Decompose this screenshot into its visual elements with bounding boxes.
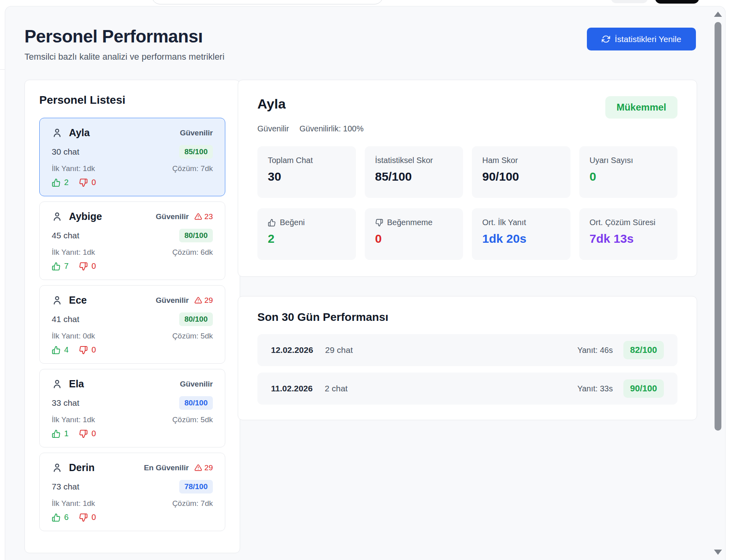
resolution-time: Çözüm: 7dk [172, 164, 213, 173]
personnel-card-ece[interactable]: Ece Güvenilir 29 41 chat 80/100 İlk Yanı… [39, 285, 225, 364]
row-chat-count: 29 chat [325, 345, 353, 355]
daily-performance-row: 11.02.2026 2 chat Yanıt: 33s 90/100 [257, 373, 677, 405]
agent-detail-panel: Ayla Mükemmel Güvenilir Güvenilirlik: 10… [238, 80, 697, 277]
row-date: 12.02.2026 [271, 345, 313, 355]
stat-tile-istatistiksel-skor: İstatistiksel Skor 85/100 [365, 146, 463, 198]
row-date: 11.02.2026 [271, 384, 313, 393]
scroll-down-arrow[interactable] [714, 550, 722, 555]
row-chat-count: 2 chat [325, 384, 348, 393]
first-response: İlk Yanıt: 1dk [52, 499, 95, 508]
dislikes: 0 [79, 513, 96, 522]
warning-badge: 29 [194, 463, 213, 472]
stat-tile-begenmeme: Beğenmeme 0 [365, 208, 463, 260]
score-badge: 80/100 [179, 229, 213, 242]
personnel-list-panel: Personel Listesi Ayla Güvenilir 30 chat … [24, 80, 240, 553]
trust-label: Güvenilir [180, 380, 213, 389]
main-panel: Personel Performansı Temsilci bazlı kali… [5, 6, 726, 560]
scroll-up-arrow[interactable] [714, 12, 722, 17]
left-divider [0, 69, 5, 70]
warning-badge: 23 [194, 212, 213, 221]
personnel-card-aybige[interactable]: Aybige Güvenilir 23 45 chat 80/100 İlk Y… [39, 201, 225, 280]
personnel-name: Ela [69, 378, 84, 390]
trust-label: Güvenilir [180, 129, 213, 137]
stat-tile-ort-ilk-yanit: Ort. İlk Yanıt 1dk 20s [472, 208, 570, 260]
row-score-badge: 82/100 [623, 341, 664, 359]
resolution-time: Çözüm: 6dk [172, 248, 213, 257]
trust-label: Güvenilir [156, 296, 189, 305]
thumb-down-icon [79, 178, 88, 187]
warning-icon [194, 296, 202, 304]
page-subtitle: Temsilci bazlı kalite analizi ve perform… [24, 52, 224, 62]
likes: 6 [52, 513, 69, 522]
first-response: İlk Yanıt: 1dk [52, 415, 95, 424]
refresh-button-label: İstatistikleri Yenile [615, 34, 681, 44]
person-icon [52, 211, 63, 222]
row-response-time: Yanıt: 46s [577, 346, 613, 355]
person-icon [52, 295, 63, 306]
scrollbar-thumb[interactable] [715, 22, 722, 431]
recent-performance-panel: Son 30 Gün Performansı 12.02.2026 29 cha… [238, 296, 697, 420]
agent-trust-label: Güvenilir [257, 124, 289, 133]
dislikes: 0 [79, 262, 96, 271]
personnel-card-ayla[interactable]: Ayla Güvenilir 30 chat 85/100 İlk Yanıt:… [39, 118, 225, 196]
stat-tile-ort-cozum-suresi: Ort. Çözüm Süresi 7dk 13s [579, 208, 678, 260]
refresh-icon [602, 35, 610, 43]
warning-icon [194, 464, 202, 471]
score-badge: 78/100 [179, 480, 213, 494]
scrollbar[interactable] [710, 6, 726, 560]
first-response: İlk Yanıt: 1dk [52, 248, 95, 257]
agent-reliability: Güvenilirlik: 100% [299, 124, 364, 133]
likes: 1 [52, 429, 69, 438]
likes: 4 [52, 345, 69, 355]
stat-tile-ham-skor: Ham Skor 90/100 [472, 146, 570, 198]
chat-count: 33 chat [52, 398, 79, 408]
warning-icon [194, 213, 202, 220]
trust-label: Güvenilir [156, 212, 189, 221]
thumb-up-icon [268, 219, 276, 227]
thumb-down-icon [79, 346, 88, 355]
personnel-name: Derin [69, 462, 95, 473]
page-title: Personel Performansı [24, 26, 224, 46]
chat-count: 45 chat [52, 231, 79, 240]
chat-count: 30 chat [52, 147, 79, 157]
first-response: İlk Yanıt: 1dk [52, 164, 95, 173]
agent-name: Ayla [257, 96, 286, 112]
refresh-stats-button[interactable]: İstatistikleri Yenile [587, 28, 696, 50]
top-button-secondary[interactable] [611, 0, 648, 3]
score-badge: 85/100 [179, 145, 213, 159]
person-icon [52, 379, 63, 389]
resolution-time: Çözüm: 7dk [172, 499, 213, 508]
personnel-list-heading: Personel Listesi [39, 94, 225, 107]
resolution-time: Çözüm: 5dk [172, 332, 213, 340]
thumb-down-icon [79, 262, 88, 271]
stat-tile-begeni: Beğeni 2 [257, 208, 356, 260]
thumb-up-icon [52, 346, 61, 355]
daily-performance-row: 12.02.2026 29 chat Yanıt: 46s 82/100 [257, 334, 677, 366]
thumb-down-icon [375, 219, 383, 227]
resolution-time: Çözüm: 5dk [172, 415, 213, 424]
chat-count: 73 chat [52, 482, 79, 492]
first-response: İlk Yanıt: 0dk [52, 332, 95, 340]
quality-badge: Mükemmel [605, 96, 677, 119]
thumb-up-icon [52, 513, 61, 522]
search-input[interactable] [152, 0, 383, 4]
recent-performance-heading: Son 30 Gün Performansı [257, 311, 677, 324]
personnel-cards: Ayla Güvenilir 30 chat 85/100 İlk Yanıt:… [39, 118, 225, 531]
personnel-name: Aybige [69, 211, 102, 222]
thumb-down-icon [79, 513, 88, 522]
page-header: Personel Performansı Temsilci bazlı kali… [24, 26, 224, 62]
personnel-card-derin[interactable]: Derin En Güvenilir 29 73 chat 78/100 İlk… [39, 453, 225, 531]
thumb-up-icon [52, 262, 61, 271]
score-badge: 80/100 [179, 312, 213, 326]
score-badge: 80/100 [179, 396, 213, 410]
stat-tile-toplam-chat: Toplam Chat 30 [257, 146, 356, 198]
warning-badge: 29 [194, 296, 213, 305]
top-button-primary[interactable] [655, 0, 699, 4]
personnel-card-ela[interactable]: Ela Güvenilir 33 chat 80/100 İlk Yanıt: … [39, 369, 225, 447]
thumb-up-icon [52, 178, 61, 187]
person-icon [52, 462, 63, 473]
trust-label: En Güvenilir [144, 463, 189, 472]
likes: 2 [52, 178, 69, 187]
dislikes: 0 [79, 345, 96, 355]
stats-grid: Toplam Chat 30 İstatistiksel Skor 85/100… [257, 146, 677, 260]
